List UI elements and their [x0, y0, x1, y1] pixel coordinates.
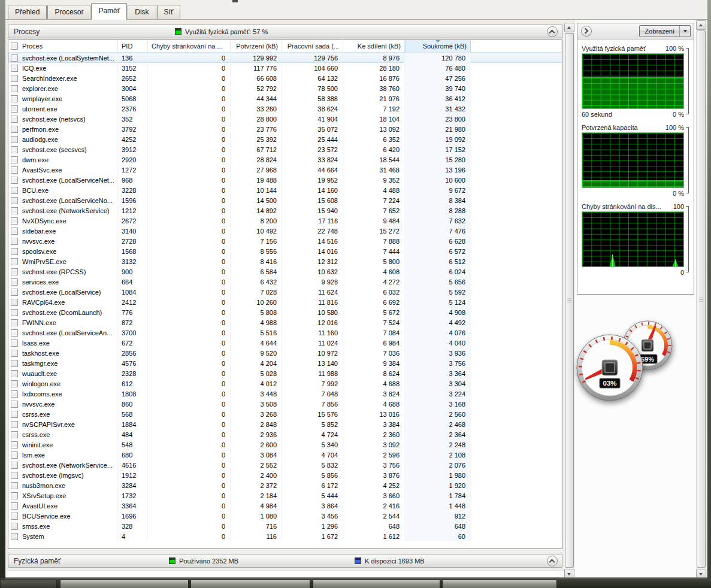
row-checkbox[interactable]: [11, 238, 18, 245]
table-row[interactable]: BCU.exe3228010 14414 1604 4889 672: [8, 185, 562, 195]
table-row[interactable]: System401161 6721 61260: [8, 531, 562, 541]
table-row[interactable]: nvvsvc.exe272807 15614 5167 8886 628: [8, 236, 562, 246]
row-checkbox[interactable]: [11, 380, 18, 387]
select-all-checkbox[interactable]: [11, 43, 18, 50]
table-row[interactable]: lxdxcoms.exe180803 4487 0483 8243 224: [8, 389, 562, 399]
table-row[interactable]: taskmgr.exe457604 20413 1409 3843 756: [8, 358, 562, 368]
charts-vertical-scrollbar[interactable]: [696, 20, 706, 578]
table-row[interactable]: services.exe66406 4329 9284 2725 656: [8, 277, 562, 287]
table-row[interactable]: explorer.exe3004052 79278 50038 76039 74…: [8, 83, 562, 93]
column-header-proces[interactable]: Proces: [8, 40, 118, 52]
table-row[interactable]: csrss.exe48402 9364 7242 3602 364: [8, 429, 562, 440]
tab-přehled[interactable]: Přehled: [8, 5, 47, 19]
table-row[interactable]: AvastSvc.exe1272027 96844 66431 46813 19…: [8, 165, 562, 175]
row-checkbox[interactable]: [11, 513, 18, 520]
table-row[interactable]: svchost.exe (secsvcs)3912067 71223 5726 …: [8, 144, 562, 154]
processes-panel-header[interactable]: Procesy Využitá fyzická paměť: 57 %: [8, 25, 562, 38]
table-row[interactable]: wininit.exe54802 6005 3403 0922 248: [8, 440, 562, 450]
taskbar-button[interactable]: [60, 580, 189, 588]
row-checkbox[interactable]: [11, 136, 18, 143]
row-checkbox[interactable]: [11, 441, 18, 448]
table-row[interactable]: svchost.exe (LocalServiceNet...968019 48…: [8, 175, 562, 185]
tab-síť[interactable]: Síť: [157, 5, 181, 19]
table-row[interactable]: svchost.exe (DcomLaunch)77605 80810 5805…: [8, 307, 562, 317]
row-checkbox[interactable]: [11, 411, 18, 418]
column-header-commit[interactable]: Potvrzení (kB): [231, 40, 282, 52]
row-checkbox[interactable]: [11, 370, 18, 377]
table-row[interactable]: sidebar.exe3140010 49222 74815 2727 476: [8, 226, 562, 236]
taskbar-button[interactable]: [190, 580, 310, 588]
table-row[interactable]: svchost.exe (LocalServiceNo...1596014 50…: [8, 195, 562, 205]
table-row[interactable]: dwm.exe2920028 82433 82418 54415 280: [8, 154, 562, 165]
collapse-processes-button[interactable]: [547, 26, 558, 37]
row-checkbox[interactable]: [11, 85, 18, 92]
row-checkbox[interactable]: [11, 65, 18, 72]
table-row[interactable]: smss.exe32807161 296648648: [8, 521, 562, 531]
row-checkbox[interactable]: [11, 401, 18, 408]
row-checkbox[interactable]: [11, 166, 18, 174]
table-row[interactable]: RAVCpl64.exe2412010 26011 8166 6925 124: [8, 297, 562, 307]
row-checkbox[interactable]: [11, 329, 18, 337]
scroll-up-button[interactable]: [696, 20, 706, 30]
table-row[interactable]: spoolsv.exe156808 55614 0167 4446 572: [8, 246, 562, 256]
table-row[interactable]: lsm.exe68003 0844 7042 5962 108: [8, 450, 562, 460]
table-row[interactable]: taskhost.exe285609 52010 9727 0363 936: [8, 348, 562, 358]
scrollbar-thumb[interactable]: [697, 31, 706, 568]
row-checkbox[interactable]: [11, 156, 18, 163]
column-header-hard-faults[interactable]: Chyby stránkování na ...: [148, 40, 231, 52]
table-row[interactable]: WmiPrvSE.exe313208 41612 3125 8006 512: [8, 256, 562, 266]
row-checkbox[interactable]: [11, 319, 18, 326]
row-checkbox[interactable]: [11, 258, 18, 265]
row-checkbox[interactable]: [11, 54, 18, 62]
row-checkbox[interactable]: [11, 197, 18, 204]
row-checkbox[interactable]: [11, 482, 18, 489]
table-row[interactable]: SearchIndexer.exe2652066 60864 13216 876…: [8, 73, 562, 83]
row-checkbox[interactable]: [11, 75, 18, 82]
table-row[interactable]: perfmon.exe3792023 77635 07213 09221 980: [8, 124, 562, 134]
column-header-private-sorted[interactable]: Soukromé (kB): [405, 40, 471, 52]
row-checkbox[interactable]: [11, 268, 18, 275]
table-row[interactable]: svchost.exe (imgsvc)191202 4005 8563 876…: [8, 470, 562, 480]
table-row[interactable]: svchost.exe (LocalService)108407 02811 6…: [8, 287, 562, 297]
table-row[interactable]: wuauclt.exe232805 02811 9888 6243 364: [8, 368, 562, 378]
table-row[interactable]: svchost.exe (LocalServiceAn...370005 516…: [8, 328, 562, 338]
row-checkbox[interactable]: [11, 217, 18, 225]
table-row[interactable]: csrss.exe56803 26815 57613 0162 560: [8, 409, 562, 419]
expand-charts-button[interactable]: [581, 26, 592, 37]
row-checkbox[interactable]: [11, 278, 18, 286]
table-row[interactable]: wmplayer.exe5068044 34458 38821 97636 41…: [8, 93, 562, 104]
tab-paměť[interactable]: Paměť: [91, 3, 127, 20]
row-checkbox[interactable]: [11, 177, 18, 184]
cpu-meter-gadget[interactable]: 59% 03%: [567, 310, 709, 417]
row-checkbox[interactable]: [11, 360, 18, 367]
table-row[interactable]: XSrvSetup.exe173202 1845 4443 6601 784: [8, 490, 562, 501]
row-checkbox[interactable]: [11, 146, 18, 153]
table-row[interactable]: nusb3mon.exe328402 3726 1724 2521 920: [8, 480, 562, 490]
row-checkbox[interactable]: [11, 533, 18, 540]
row-checkbox[interactable]: [11, 472, 18, 479]
table-row[interactable]: lsass.exe67204 64411 0246 9844 040: [8, 338, 562, 348]
column-header-shareable[interactable]: Ke sdílení (kB): [343, 40, 405, 52]
scroll-up-button[interactable]: [564, 23, 574, 32]
table-row[interactable]: svchost.exe (RPCSS)90006 58410 6324 6086…: [8, 266, 562, 277]
table-row[interactable]: winlogon.exe61204 0127 9924 6883 304: [8, 378, 562, 389]
physical-memory-panel-header[interactable]: Fyzická paměť Používáno 2352 MB K dispoz…: [8, 554, 562, 568]
row-checkbox[interactable]: [11, 187, 18, 194]
row-checkbox[interactable]: [11, 116, 18, 123]
main-vertical-scrollbar[interactable]: [564, 23, 574, 578]
tab-disk[interactable]: Disk: [128, 5, 156, 19]
row-checkbox[interactable]: [11, 105, 18, 113]
row-checkbox[interactable]: [11, 299, 18, 306]
row-checkbox[interactable]: [11, 431, 18, 438]
table-row[interactable]: ICQ.exe31520117 776104 66028 18076 480: [8, 63, 562, 73]
row-checkbox[interactable]: [11, 248, 18, 255]
row-checkbox[interactable]: [11, 95, 18, 102]
table-row[interactable]: AvastUI.exe336404 9843 8642 4161 448: [8, 501, 562, 511]
row-checkbox[interactable]: [11, 340, 18, 347]
row-checkbox[interactable]: [11, 523, 18, 530]
row-checkbox[interactable]: [11, 421, 18, 428]
table-row[interactable]: NvXDSync.exe267208 20017 1169 4847 632: [8, 216, 562, 226]
row-checkbox[interactable]: [11, 350, 18, 357]
row-checkbox[interactable]: [11, 126, 18, 133]
table-row[interactable]: svchost.exe (netsvcs)352028 80041 90418 …: [8, 114, 562, 124]
